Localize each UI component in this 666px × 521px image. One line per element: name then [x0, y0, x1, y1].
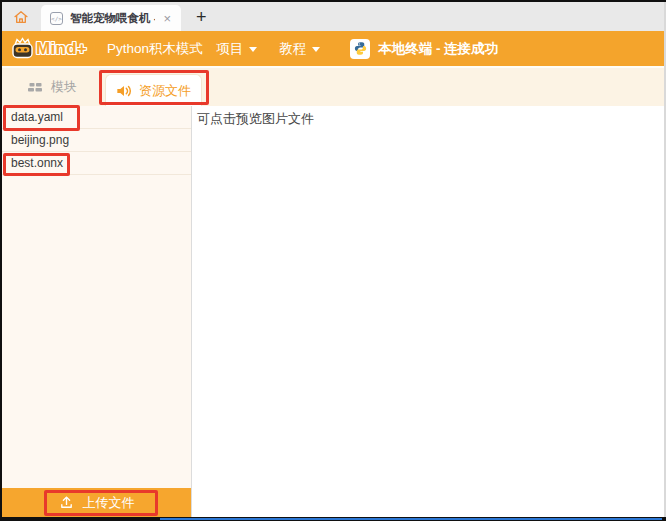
- project-menu-label: 项目: [216, 40, 243, 58]
- upload-icon: [59, 495, 74, 510]
- tutorial-menu-label: 教程: [279, 40, 306, 58]
- top-tab-bar: </> 智能宠物喂食机 - Py… × +: [2, 2, 664, 31]
- project-tab-title: 智能宠物喂食机 - Py…: [70, 11, 155, 26]
- mode-button[interactable]: Python积木模式: [107, 40, 203, 58]
- content-area: data.yaml beijing.png best.onnx 上传文件 可点击…: [2, 106, 664, 517]
- app-window: </> 智能宠物喂食机 - Py… × + Mind+: [0, 0, 666, 521]
- new-tab-button[interactable]: +: [196, 6, 207, 28]
- preview-pane: 可点击预览图片文件: [192, 106, 664, 517]
- terminal-status-label: 本地终端 - 连接成功: [378, 40, 498, 58]
- main-toolbar: Mind+ Python积木模式 项目 教程 本地终端 - 连: [2, 31, 664, 66]
- upload-file-label: 上传文件: [83, 494, 135, 512]
- resource-sidebar: data.yaml beijing.png best.onnx 上传文件: [2, 106, 192, 517]
- mindplus-robot-icon: [10, 37, 35, 60]
- home-icon: [13, 9, 29, 25]
- tab-module-label: 模块: [51, 78, 77, 96]
- chevron-down-icon: [249, 47, 257, 52]
- speaker-icon: [116, 84, 132, 98]
- file-row-data-yaml[interactable]: data.yaml: [2, 106, 191, 129]
- python-logo-icon: [350, 39, 370, 59]
- upload-file-button[interactable]: 上传文件: [2, 488, 191, 517]
- file-row-beijing-png[interactable]: beijing.png: [2, 129, 191, 152]
- project-tab[interactable]: </> 智能宠物喂食机 - Py… ×: [41, 5, 181, 31]
- blocks-icon: [28, 81, 43, 94]
- project-menu[interactable]: 项目: [216, 40, 257, 58]
- mindplus-logo[interactable]: Mind+: [10, 37, 87, 60]
- close-icon[interactable]: ×: [162, 11, 172, 26]
- file-list: data.yaml beijing.png best.onnx: [2, 106, 191, 488]
- mindplus-logo-text: Mind+: [36, 39, 87, 59]
- terminal-status-button[interactable]: 本地终端 - 连接成功: [350, 39, 498, 59]
- tab-module[interactable]: 模块: [28, 68, 77, 106]
- tab-resource-files[interactable]: 资源文件: [105, 74, 202, 106]
- file-row-best-onnx[interactable]: best.onnx: [2, 152, 191, 175]
- panel-tab-bar: 模块 资源文件: [2, 66, 664, 106]
- home-button[interactable]: [6, 2, 36, 31]
- window-bottom-edge: [160, 518, 662, 520]
- tab-resource-files-label: 资源文件: [139, 82, 191, 100]
- tutorial-menu[interactable]: 教程: [279, 40, 320, 58]
- chevron-down-icon: [312, 47, 320, 52]
- preview-hint-text: 可点击预览图片文件: [197, 111, 314, 126]
- code-file-icon: </>: [50, 12, 63, 25]
